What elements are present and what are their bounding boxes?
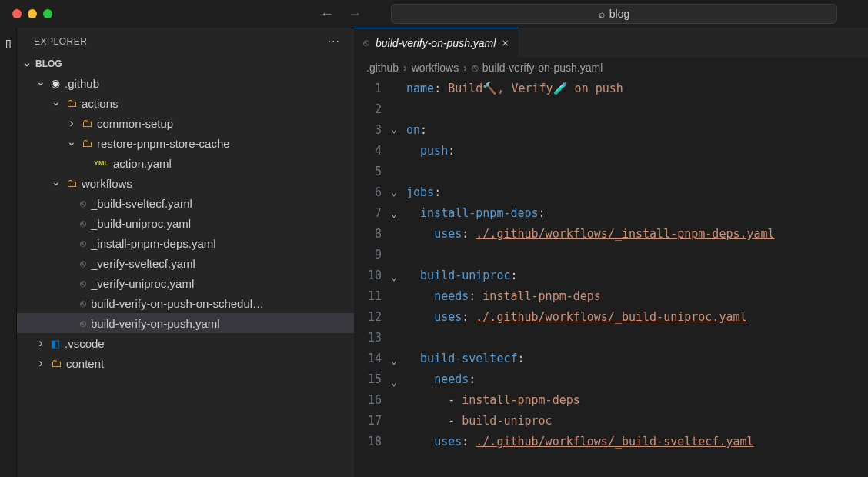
workflow-file-icon: ⎋ [363, 37, 369, 48]
folder-icon: 🗀 [51, 357, 62, 369]
close-window-button[interactable] [12, 9, 22, 18]
workflow-file-icon: ⎋ [80, 258, 86, 269]
window-controls [12, 9, 52, 18]
workflow-file-icon: ⎋ [80, 298, 86, 309]
titlebar: ← → ⌕ blog [0, 0, 868, 28]
close-tab-icon[interactable]: × [502, 37, 508, 49]
workflow-file-icon: ⎋ [80, 198, 86, 209]
nav-arrows: ← → [320, 6, 362, 22]
tree-file[interactable]: ⎋ _build-sveltecf.yaml [17, 193, 354, 213]
tree-folder-content[interactable]: 🗀 content [17, 353, 354, 373]
tree-file[interactable]: ⎋ _verify-sveltecf.yaml [17, 253, 354, 273]
breadcrumb-item[interactable]: build-verify-on-push.yaml [482, 62, 603, 74]
code-editor[interactable]: 123456789101112131415161718 name: Build🔨… [354, 78, 868, 477]
folder-icon: 🗀 [82, 117, 92, 129]
chevron-down-icon [66, 137, 77, 149]
section-label: BLOG [35, 58, 62, 69]
workflow-file-icon: ⎋ [472, 62, 478, 74]
chevron-down-icon [35, 77, 46, 89]
chevron-down-icon [51, 97, 62, 109]
editor-tabs: ⎋ build-verify-on-push.yaml × [354, 28, 868, 57]
tree-file[interactable]: ⎋ build-verify-on-push-on-schedul… [17, 293, 354, 313]
chevron-right-icon: › [403, 62, 407, 74]
search-icon: ⌕ [599, 8, 605, 20]
github-icon: ◉ [51, 77, 60, 89]
tree-file-active[interactable]: ⎋ build-verify-on-push.yaml [17, 313, 354, 333]
tree-folder-actions[interactable]: 🗀 actions [17, 93, 354, 113]
tree-folder-github[interactable]: ◉ .github [17, 73, 354, 93]
folder-icon: 🗀 [66, 177, 77, 189]
chevron-right-icon [66, 116, 77, 130]
command-center[interactable]: ⌕ blog [391, 4, 837, 24]
section-header[interactable]: BLOG [17, 55, 354, 73]
chevron-right-icon: › [463, 62, 467, 74]
folder-icon: 🗀 [82, 137, 92, 149]
tab-label: build-verify-on-push.yaml [376, 37, 496, 49]
fold-gutter[interactable] [391, 78, 406, 477]
breadcrumb-item[interactable]: .github [366, 62, 399, 74]
yaml-icon: YML [94, 159, 108, 167]
chevron-down-icon [22, 58, 32, 70]
folder-icon: 🗀 [66, 97, 77, 109]
breadcrumb-item[interactable]: workflows [412, 62, 459, 74]
vscode-icon: ◧ [51, 338, 60, 349]
nav-forward-icon[interactable]: → [348, 6, 362, 22]
editor-tab-active[interactable]: ⎋ build-verify-on-push.yaml × [354, 28, 518, 57]
chevron-down-icon [51, 177, 62, 189]
search-text: blog [609, 8, 629, 20]
minimize-window-button[interactable] [28, 9, 37, 18]
chevron-right-icon [35, 356, 46, 370]
nav-back-icon[interactable]: ← [320, 6, 334, 22]
tree-folder-restore-cache[interactable]: 🗀 restore-pnpm-store-cache [17, 133, 354, 153]
file-tree: ◉ .github 🗀 actions 🗀 common-setup 🗀 res… [17, 73, 354, 373]
sidebar-header: EXPLORER ··· [17, 28, 354, 55]
tree-file-action-yaml[interactable]: YML action.yaml [17, 153, 354, 173]
tree-file[interactable]: ⎋ _build-uniproc.yaml [17, 213, 354, 233]
tree-folder-vscode[interactable]: ◧ .vscode [17, 333, 354, 353]
maximize-window-button[interactable] [43, 9, 52, 18]
sidebar-more-icon[interactable]: ··· [328, 35, 340, 48]
tree-folder-common-setup[interactable]: 🗀 common-setup [17, 113, 354, 133]
sidebar: EXPLORER ··· BLOG ◉ .github 🗀 actions 🗀 … [17, 28, 354, 477]
workflow-file-icon: ⎋ [80, 218, 86, 229]
explorer-icon[interactable]: ▯ [5, 37, 12, 49]
tree-file[interactable]: ⎋ _install-pnpm-deps.yaml [17, 233, 354, 253]
breadcrumbs[interactable]: .github › workflows › ⎋ build-verify-on-… [354, 57, 868, 78]
line-number-gutter: 123456789101112131415161718 [354, 78, 391, 477]
tree-file[interactable]: ⎋ _verify-uniproc.yaml [17, 273, 354, 293]
workflow-file-icon: ⎋ [80, 278, 86, 289]
code-content[interactable]: name: Build🔨, Verify🧪 on push on: push: … [406, 78, 868, 477]
activity-bar: ▯ [0, 28, 17, 477]
chevron-right-icon [35, 336, 46, 350]
sidebar-title: EXPLORER [34, 36, 87, 47]
tree-folder-workflows[interactable]: 🗀 workflows [17, 173, 354, 193]
workflow-file-icon: ⎋ [80, 318, 86, 329]
editor-area: ⎋ build-verify-on-push.yaml × .github › … [354, 28, 868, 477]
workflow-file-icon: ⎋ [80, 238, 86, 249]
